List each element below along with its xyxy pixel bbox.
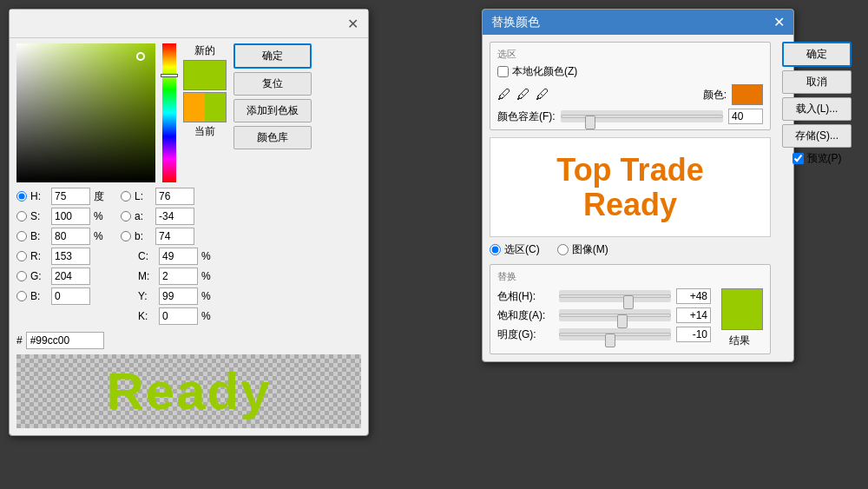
replace-cancel-button[interactable]: 取消: [782, 70, 852, 94]
c-label: C:: [138, 250, 155, 262]
h-input[interactable]: [51, 188, 90, 205]
hue-strip[interactable]: [162, 43, 176, 182]
h-radio[interactable]: [16, 191, 27, 202]
save-button[interactable]: 存储(S)...: [782, 124, 852, 148]
y-row: Y: %: [121, 287, 214, 305]
blab-radio[interactable]: [121, 231, 131, 241]
hash-row: #: [10, 332, 368, 354]
s-radio[interactable]: [16, 211, 27, 221]
lab-cmyk-inputs: L: a: b: C: % M:: [121, 188, 214, 325]
new-label: 新的: [194, 43, 215, 58]
swatch-preview-column: 新的 当前: [183, 43, 227, 182]
r-radio[interactable]: [16, 251, 27, 261]
replace-close-button[interactable]: ✕: [773, 14, 785, 30]
replace-inner: 色相(H): 饱和度(A): 明度(G):: [497, 288, 763, 348]
l-label: L:: [135, 190, 152, 202]
y-input[interactable]: [159, 287, 198, 305]
saturation-slider-row: 饱和度(A):: [497, 307, 711, 323]
replace-confirm-button[interactable]: 确定: [782, 42, 852, 67]
eyedropper-tools: 🖊 🖊 🖊: [497, 87, 549, 102]
b2-radio[interactable]: [16, 291, 27, 301]
s-row: S: %: [16, 208, 107, 225]
tolerance-row: 颜色容差(F):: [497, 109, 763, 124]
l-input[interactable]: [155, 188, 194, 205]
result-label: 结果: [729, 334, 750, 348]
m-unit: %: [201, 270, 214, 282]
g-radio[interactable]: [16, 271, 27, 281]
c-input[interactable]: [159, 248, 198, 265]
r-input[interactable]: [51, 248, 90, 265]
g-label: G:: [30, 270, 48, 282]
c-row: C: %: [121, 248, 214, 265]
b-input[interactable]: [51, 228, 90, 245]
replace-action-buttons: 确定 取消 载入(L)... 存储(S)... 预览(P): [778, 35, 856, 361]
l-radio[interactable]: [121, 191, 131, 202]
eyedropper-row: 🖊 🖊 🖊 颜色:: [497, 84, 763, 105]
add-to-swatch-button[interactable]: 添加到色板: [233, 99, 312, 122]
tolerance-slider[interactable]: [561, 110, 723, 122]
swatch-new[interactable]: [183, 60, 227, 90]
image-radio[interactable]: [557, 244, 569, 255]
current-label: 当前: [194, 124, 215, 139]
saturation-slider-label: 饱和度(A):: [497, 308, 554, 323]
reset-button[interactable]: 复位: [233, 72, 312, 96]
swatch-current[interactable]: [183, 92, 227, 122]
hsb-rgb-inputs: H: 度 S: % B: % R:: [16, 188, 107, 325]
hue-value-input[interactable]: [676, 288, 711, 304]
eyedropper-icon-2[interactable]: 🖊: [516, 87, 530, 102]
b-radio[interactable]: [16, 231, 27, 241]
h-unit: 度: [94, 189, 107, 204]
confirm-button[interactable]: 确定: [233, 43, 312, 69]
s-input[interactable]: [51, 208, 90, 225]
a-radio[interactable]: [121, 211, 131, 221]
local-colors-row: 本地化颜色(Z): [497, 64, 763, 79]
a-input[interactable]: [155, 208, 194, 225]
blab-row: b:: [121, 228, 214, 245]
selection-radio[interactable]: [490, 244, 501, 255]
eyedropper-icon-3[interactable]: 🖊: [536, 87, 549, 102]
color-picker-dialog: ✕ 新的 当前 确定 复位 添加到色板 颜色库: [9, 9, 369, 436]
saturation-value-input[interactable]: [676, 307, 711, 323]
replace-sliders: 色相(H): 饱和度(A): 明度(G):: [497, 288, 711, 348]
m-input[interactable]: [159, 268, 198, 285]
a-label: a:: [135, 210, 152, 222]
blab-input[interactable]: [155, 228, 194, 245]
image-radio-option[interactable]: 图像(M): [557, 242, 608, 257]
brightness-slider[interactable]: [559, 328, 671, 340]
replace-main-content: 选区 本地化颜色(Z) 🖊 🖊 🖊 颜: [483, 35, 778, 361]
hex-input[interactable]: [26, 332, 104, 349]
color-lib-button[interactable]: 颜色库: [233, 126, 312, 149]
gradient-picker[interactable]: [16, 43, 155, 182]
preview-checkbox[interactable]: [792, 153, 804, 164]
source-color-swatch[interactable]: [732, 84, 763, 105]
color-label: 颜色:: [703, 88, 727, 102]
b2-label: B:: [30, 290, 48, 302]
color-swatch-display: 颜色:: [703, 84, 763, 105]
hue-slider[interactable]: [559, 290, 671, 302]
image-radio-label: 图像(M): [572, 242, 608, 257]
l-row: L:: [121, 188, 214, 205]
load-button[interactable]: 载入(L)...: [782, 97, 852, 121]
local-colors-checkbox[interactable]: [497, 66, 509, 77]
c-unit: %: [201, 250, 214, 262]
color-picker-buttons: 确定 复位 添加到色板 颜色库: [233, 43, 312, 182]
k-input[interactable]: [159, 307, 198, 325]
tolerance-input[interactable]: [728, 109, 763, 124]
local-colors-text: 本地化颜色(Z): [512, 64, 577, 79]
preview-checkbox-label[interactable]: 预览(P): [792, 151, 842, 166]
result-swatch[interactable]: [721, 288, 763, 330]
b2-input[interactable]: [51, 287, 90, 305]
color-picker-close-button[interactable]: ✕: [344, 15, 361, 32]
preview-trade-text: Top TradeReady: [556, 153, 703, 221]
brightness-value-input[interactable]: [676, 327, 711, 342]
selection-radio-option[interactable]: 选区(C): [490, 242, 540, 257]
b-label: B:: [30, 230, 48, 242]
s-unit: %: [94, 210, 107, 222]
k-label: K:: [138, 310, 155, 322]
saturation-slider[interactable]: [559, 309, 671, 321]
g-input[interactable]: [51, 268, 90, 285]
hue-slider-row: 色相(H):: [497, 288, 711, 304]
eyedropper-icon-1[interactable]: 🖊: [497, 87, 511, 102]
selection-section: 选区 本地化颜色(Z) 🖊 🖊 🖊 颜: [490, 42, 771, 130]
local-colors-label[interactable]: 本地化颜色(Z): [497, 64, 577, 79]
